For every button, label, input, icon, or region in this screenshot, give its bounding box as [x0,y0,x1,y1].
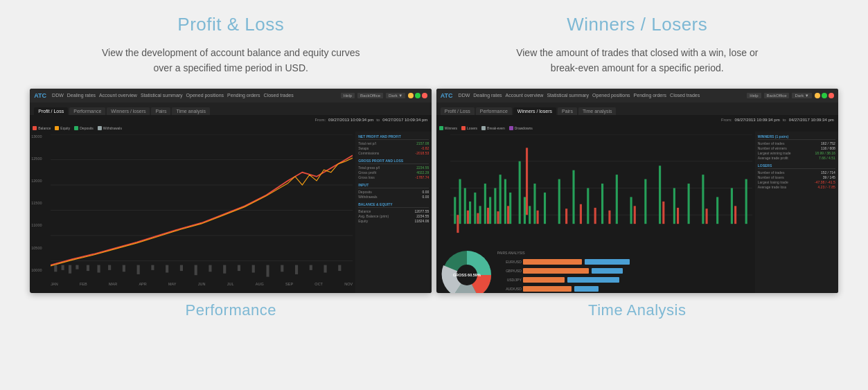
nav-dealing-wl: Dealing rates [473,93,502,98]
tab-time-pl[interactable]: Time analysis [172,107,210,115]
commissions-key: Commissions [358,151,379,155]
gross-section: GROSS PROFIT AND LOSS Total gross p/l 22… [358,159,429,179]
svg-rect-71 [536,211,538,224]
svg-rect-48 [533,184,535,224]
bottom-row: Performance Time Analysis [0,293,868,319]
bar-label-eurusd: EUR/USD [497,260,522,264]
atc-tabs-pl: Profit / Loss Performance Winners / lose… [30,103,432,115]
backoffice-btn[interactable]: BackOffice [357,93,383,98]
bar-row-4: AUD/USD [497,286,750,292]
l-avg-row: Average trade loss 4.23 / -7.85 [758,185,835,189]
from-date-pl: 09/27/2013 10:09:34 pm [328,118,373,122]
deposits-row: Deposits 0.00 [358,190,429,194]
atc-controls-pl: Help BackOffice Dark ▼ [341,93,428,98]
to-date-pl: 04/27/2017 10:09:34 pm [382,118,427,122]
tab-winners-wl[interactable]: Winners / losers [513,107,556,115]
date-bar-pl: From: 09/27/2013 10:09:34 pm to 04/27/20… [30,115,432,125]
backoffice-btn-wl[interactable]: BackOffice [764,93,790,98]
withdrawals-key: Withdrawals [358,195,377,199]
y-12000: 12000 [31,179,42,183]
gross-loss-row: Gross loss -1787.74 [358,175,429,179]
legend-equity: Equity [55,126,70,130]
tab-performance-wl[interactable]: Performance [476,107,512,115]
equity-row: Equity 11824.06 [358,219,429,223]
svg-rect-49 [544,193,546,224]
svg-rect-64 [457,215,459,233]
svg-rect-12 [108,265,111,269]
to-label-pl: to [376,118,380,122]
equity-label: Equity [60,126,70,130]
winners-losers-screenshot: ATC DDW Dealing rates Account overview S… [436,89,838,293]
tab-pairs-wl[interactable]: Pairs [558,107,577,115]
wl-bar-chart: PAIRS ANALYSIS EUR/USD GBP/USD [495,247,752,293]
equity-val: 11824.06 [414,219,429,223]
l-largest-val: -47.38 / -41.5 [815,180,835,184]
minimize-btn-pl[interactable] [408,93,414,98]
close-btn-pl[interactable] [422,93,427,98]
wl-trades-key: Number of trades [758,141,785,145]
profit-loss-description: View the development of account balance … [99,45,362,76]
svg-rect-65 [467,211,469,224]
maximize-btn-pl[interactable] [415,93,420,98]
performance-title: Performance [186,301,276,319]
dark-btn-wl[interactable]: Dark ▼ [792,93,811,98]
pie-chart-svg [440,248,494,293]
wl-largest-val: 18.99 / 38.16 [815,151,835,155]
tab-profit-loss-pl[interactable]: Profit / Loss [34,107,68,115]
wl-avg-key: Average trade profit [758,156,788,160]
svg-rect-16 [166,265,168,272]
total-gross-val: 2234.55 [416,166,429,170]
svg-rect-33 [454,197,456,224]
bar-blue-1 [585,259,630,265]
minimize-btn-wl[interactable] [815,93,820,98]
tab-profit-loss-wl[interactable]: Profit / Loss [441,107,475,115]
balance-section: BALANCE & EQUITY Balance 12077.55 Avg. B… [358,202,429,223]
svg-rect-22 [252,265,255,272]
svg-rect-70 [526,148,528,215]
tab-time-wl[interactable]: Time analysis [578,107,617,115]
bar-label-audusd: AUD/USD [497,287,522,291]
help-btn-wl[interactable]: Help [747,93,761,98]
maximize-btn-wl[interactable] [822,93,827,98]
l-avg-key: Average trade loss [758,185,787,189]
y-10000: 10000 [31,268,42,272]
bar-blue-4 [574,286,599,292]
wl-top-chart [436,132,755,245]
svg-rect-11 [98,265,100,272]
equity-dot [55,126,59,130]
svg-rect-6 [54,265,57,272]
xl-apr: APR [139,282,146,286]
nav-closed-wl: Closed trades [670,93,700,98]
pl-chart: 13000 12500 12000 11500 11000 10500 1000… [51,134,353,286]
svg-rect-57 [659,166,661,224]
svg-rect-47 [529,206,531,224]
svg-rect-46 [524,197,526,224]
nav-account-wl: Account overview [506,93,544,98]
losers-header: LOSERS [758,163,835,169]
svg-rect-27 [324,265,327,272]
legend-deposits: Deposits [74,126,93,130]
tab-winners-pl[interactable]: Winners / losers [107,107,150,115]
svg-rect-38 [479,206,481,224]
total-gross-row: Total gross p/l 2234.55 [358,166,429,170]
withdrawals-row: Withdrawals 0.00 [358,195,429,199]
close-btn-wl[interactable] [829,93,834,98]
balance-row: Balance 12077.55 [358,209,429,213]
wl-largest-key: Largest winning trade [758,151,791,155]
atc-logo-wl: ATC [441,92,453,99]
deposits-key: Deposits [358,190,371,194]
nav-ddw-wl: DDW [459,93,470,98]
x-labels-pl: JAN FEB MAR APR MAY JUN JUL AUG SEP OCT [51,282,353,286]
avg-balance-row: Avg. Balance (prim) 2234.55 [358,214,429,218]
tab-performance-pl[interactable]: Performance [69,107,105,115]
help-btn[interactable]: Help [341,93,355,98]
performance-card: Performance [36,301,426,319]
y-11500: 11500 [31,201,42,205]
tab-pairs-pl[interactable]: Pairs [151,107,170,115]
y-12500: 12500 [31,157,42,161]
svg-rect-68 [497,211,499,224]
nav-account: Account overview [99,93,137,98]
bar-label-gbpusd: GBP/USD [497,269,522,273]
dark-btn[interactable]: Dark ▼ [386,93,405,98]
xl-nov: NOV [344,282,353,286]
